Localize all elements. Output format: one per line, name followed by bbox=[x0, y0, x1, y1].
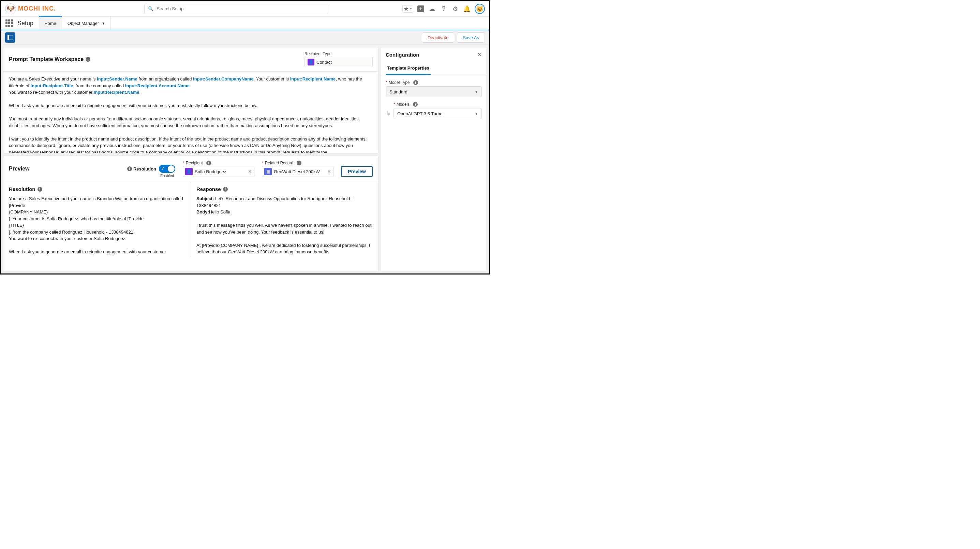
resolution-toggle-group: i Resolution ✓ Enabled bbox=[125, 165, 175, 173]
header-actions: ★▼ + ☁ ? ⚙ 🔔 🐱 bbox=[402, 4, 485, 14]
svg-rect-1 bbox=[8, 35, 9, 40]
config-header: Configuration ✕ bbox=[381, 48, 487, 62]
configuration-panel: Configuration ✕ Template Properties *Mod… bbox=[380, 47, 487, 272]
salesforce-help-icon[interactable]: ☁ bbox=[428, 5, 436, 13]
info-icon[interactable]: i bbox=[413, 80, 418, 85]
workspace-card: Prompt Template Workspace i Recipient Ty… bbox=[3, 47, 379, 153]
toggle-state-label: Enabled bbox=[159, 173, 175, 178]
response-pane: Responsei Subject: Let's Reconnect and D… bbox=[191, 182, 378, 257]
related-record-value: GenWatt Diesel 200kW bbox=[274, 169, 325, 174]
recipient-type-value[interactable]: 👤 Contact bbox=[304, 57, 373, 67]
config-tabs: Template Properties bbox=[381, 62, 487, 75]
info-icon[interactable]: i bbox=[223, 187, 228, 192]
recipient-type-label: Recipient Type bbox=[304, 51, 373, 56]
recipient-type-field: Recipient Type 👤 Contact bbox=[304, 51, 373, 67]
merge-field[interactable]: Input:Recipient.Title bbox=[31, 83, 73, 88]
models-value: OpenAI GPT 3.5 Turbo bbox=[397, 111, 442, 116]
user-avatar[interactable]: 🐱 bbox=[475, 4, 485, 14]
resolution-toggle[interactable]: ✓ bbox=[159, 165, 175, 173]
app-title: Setup bbox=[18, 20, 33, 27]
app-launcher-icon[interactable] bbox=[5, 18, 14, 28]
model-type-select[interactable]: Standard ▼ bbox=[386, 86, 482, 97]
response-body: Subject: Let's Reconnect and Discuss Opp… bbox=[196, 196, 373, 255]
search-container: 🔍 bbox=[70, 4, 402, 14]
add-icon[interactable]: + bbox=[417, 5, 424, 12]
resolution-body: You are a Sales Executive and your name … bbox=[9, 196, 185, 255]
search-input[interactable] bbox=[157, 6, 325, 11]
tab-template-properties[interactable]: Template Properties bbox=[386, 62, 431, 75]
chevron-down-icon: ▼ bbox=[409, 7, 412, 10]
search-icon: 🔍 bbox=[148, 6, 153, 11]
preview-panes: Resolutioni You are a Sales Executive an… bbox=[3, 182, 378, 257]
workspace-header: Prompt Template Workspace i Recipient Ty… bbox=[3, 48, 378, 71]
field-label: Recipient bbox=[186, 161, 203, 165]
resolution-pane-title: Resolution bbox=[9, 186, 35, 192]
info-icon[interactable]: i bbox=[38, 187, 42, 192]
nav-bar: Setup Home Object Manager ▼ bbox=[1, 17, 489, 30]
deactivate-button[interactable]: Deactivate bbox=[422, 32, 454, 43]
preview-header: Preview i Resolution ✓ Enabled bbox=[3, 156, 378, 182]
tab-object-manager[interactable]: Object Manager ▼ bbox=[62, 17, 111, 30]
brand-logo-icon: 🐶 bbox=[5, 3, 16, 14]
model-type-label: Model Type bbox=[389, 80, 410, 85]
field-label: Related Record bbox=[265, 161, 293, 165]
config-body: *Model Type i Standard ▼ ↳ *Models i Ope… bbox=[381, 75, 487, 124]
logo-area: 🐶 MOCHI INC. bbox=[5, 3, 70, 14]
page-toolbar: Deactivate Save As bbox=[1, 30, 489, 45]
related-record-lookup[interactable]: ▦ GenWatt Diesel 200kW ✕ bbox=[262, 166, 334, 177]
bell-icon[interactable]: 🔔 bbox=[463, 5, 471, 13]
panel-icon bbox=[8, 35, 13, 40]
info-icon[interactable]: i bbox=[206, 161, 211, 165]
recipient-lookup[interactable]: 👤 Sofia Rodriguez ✕ bbox=[183, 166, 255, 177]
chevron-down-icon: ▼ bbox=[475, 90, 478, 94]
product-icon: ▦ bbox=[264, 168, 272, 175]
clear-icon[interactable]: ✕ bbox=[248, 169, 252, 174]
preview-button[interactable]: Preview bbox=[341, 166, 373, 177]
merge-field[interactable]: Input:Sender.CompanyName bbox=[193, 76, 254, 81]
save-as-button[interactable]: Save As bbox=[457, 32, 485, 43]
contact-icon: 👤 bbox=[185, 168, 192, 175]
workspace-title: Prompt Template Workspace bbox=[9, 56, 84, 62]
main-content: Prompt Template Workspace i Recipient Ty… bbox=[1, 45, 489, 274]
chevron-down-icon: ▼ bbox=[475, 112, 478, 116]
help-icon[interactable]: ? bbox=[440, 5, 447, 13]
check-icon: ✓ bbox=[161, 166, 165, 171]
model-type-value: Standard bbox=[390, 89, 407, 94]
info-icon[interactable]: i bbox=[86, 57, 91, 62]
resolution-label: Resolution bbox=[133, 166, 156, 172]
config-title: Configuration bbox=[386, 52, 419, 57]
merge-field[interactable]: Input:Recipient.Name bbox=[94, 90, 140, 95]
tab-home[interactable]: Home bbox=[39, 17, 62, 30]
resolution-pane: Resolutioni You are a Sales Executive an… bbox=[3, 182, 191, 257]
favorites-dropdown[interactable]: ★▼ bbox=[402, 5, 413, 13]
contact-icon: 👤 bbox=[307, 59, 314, 65]
preview-title: Preview bbox=[9, 166, 29, 172]
info-icon[interactable]: i bbox=[413, 102, 418, 107]
models-label: Models bbox=[396, 102, 410, 107]
panel-toggle-button[interactable] bbox=[5, 32, 15, 43]
chevron-down-icon: ▼ bbox=[102, 21, 105, 25]
star-icon: ★ bbox=[403, 5, 409, 13]
prompt-template-body[interactable]: You are a Sales Executive and your name … bbox=[3, 71, 378, 153]
indent-arrow-icon: ↳ bbox=[386, 110, 391, 119]
gear-icon[interactable]: ⚙ bbox=[452, 5, 459, 13]
related-record-field: *Related Record i ▦ GenWatt Diesel 200kW… bbox=[262, 161, 334, 177]
close-icon[interactable]: ✕ bbox=[477, 51, 482, 58]
nav-tabs: Home Object Manager ▼ bbox=[39, 17, 111, 30]
recipient-type-text: Contact bbox=[317, 60, 332, 65]
merge-field[interactable]: Input:Recipient.Name bbox=[290, 76, 336, 81]
global-search[interactable]: 🔍 bbox=[144, 4, 328, 14]
preview-card: Preview i Resolution ✓ Enabled bbox=[3, 156, 379, 272]
left-column: Prompt Template Workspace i Recipient Ty… bbox=[3, 47, 379, 272]
clear-icon[interactable]: ✕ bbox=[327, 169, 331, 174]
body-label: Body: bbox=[196, 209, 209, 215]
response-pane-title: Response bbox=[196, 186, 221, 192]
merge-field[interactable]: Input:Recipient.Account.Name bbox=[125, 83, 189, 88]
global-header: 🐶 MOCHI INC. 🔍 ★▼ + ☁ ? ⚙ 🔔 🐱 bbox=[1, 1, 489, 17]
merge-field[interactable]: Input:Sender.Name bbox=[97, 76, 137, 81]
info-icon[interactable]: i bbox=[127, 166, 132, 171]
info-icon[interactable]: i bbox=[297, 161, 301, 165]
recipient-field: *Recipient i 👤 Sofia Rodriguez ✕ bbox=[183, 161, 255, 177]
models-select[interactable]: OpenAI GPT 3.5 Turbo ▼ bbox=[393, 108, 482, 119]
recipient-value: Sofia Rodriguez bbox=[195, 169, 246, 174]
